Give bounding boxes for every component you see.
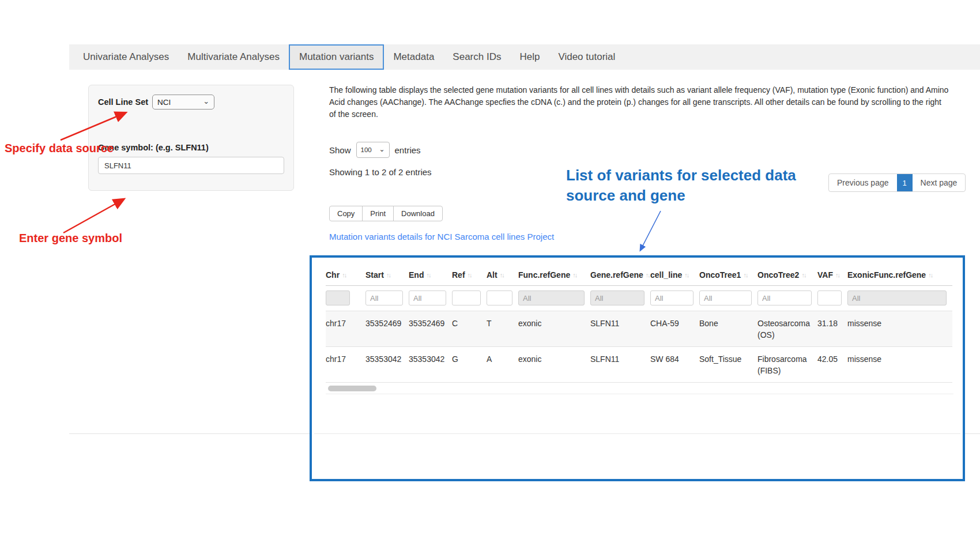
nav-tab-multivariate-analyses[interactable]: Multivariate Analyses <box>178 44 289 70</box>
column-header-start[interactable]: Start↑↓ <box>365 263 409 285</box>
sort-icon[interactable]: ↑↓ <box>426 271 430 278</box>
nav-tab-mutation-variants[interactable]: Mutation variants <box>289 44 384 70</box>
cell-line-set-value: NCI <box>157 98 171 107</box>
column-header-vaf[interactable]: VAF↑↓ <box>817 263 847 285</box>
annotation-enter-gene-symbol: Enter gene symbol <box>19 232 122 245</box>
nav-tab-metadata[interactable]: Metadata <box>384 44 443 70</box>
annotation-variants-heading-line2: source and gene <box>566 186 796 206</box>
sort-icon[interactable]: ↑↓ <box>684 271 688 278</box>
table-cell: exonic <box>518 311 590 335</box>
column-header-exonicfunc-refgene[interactable]: ExonicFunc.refGene↑↓ <box>847 263 952 285</box>
table-cell: SLFN11 <box>590 347 650 371</box>
entries-label: entries <box>395 145 421 155</box>
filter-input-func-refgene[interactable] <box>518 290 585 305</box>
annotation-variants-heading-line1: List of variants for selected data <box>566 165 796 186</box>
filter-cell <box>518 290 590 305</box>
sort-icon[interactable]: ↑↓ <box>500 271 504 278</box>
column-header-end[interactable]: End↑↓ <box>409 263 452 285</box>
table-body: chr173535246935352469CTexonicSLFN11CHA-5… <box>326 311 952 383</box>
chevron-down-icon: ⌄ <box>203 97 209 105</box>
cell-line-set-label: Cell Line Set <box>98 97 148 107</box>
page-number-1[interactable]: 1 <box>897 173 913 192</box>
sort-icon[interactable]: ↑↓ <box>801 271 805 278</box>
column-header-gene-refgene[interactable]: Gene.refGene↑↓ <box>590 263 650 285</box>
variants-table-panel: Chr↑↓Start↑↓End↑↓Ref↑↓Alt↑↓Func.refGene↑… <box>310 255 965 481</box>
sort-icon[interactable]: ↑↓ <box>342 271 346 278</box>
page-divider <box>314 433 960 434</box>
blue-arrow-variants-table <box>640 211 661 250</box>
nav-tab-univariate-analyses[interactable]: Univariate Analyses <box>74 44 178 70</box>
table-cell: missense <box>847 311 952 335</box>
controls-card: Cell Line Set NCI ⌄ Gene symbol: (e.g. S… <box>88 85 294 191</box>
column-header-ref[interactable]: Ref↑↓ <box>452 263 487 285</box>
filter-cell <box>847 290 952 305</box>
table-cell: T <box>487 311 518 335</box>
table-cell: C <box>452 311 487 335</box>
page-divider <box>69 433 310 434</box>
table-cell: missense <box>847 347 952 371</box>
sort-icon[interactable]: ↑↓ <box>572 271 576 278</box>
table-row: chr173535246935352469CTexonicSLFN11CHA-5… <box>326 311 952 346</box>
filter-cell <box>757 290 817 305</box>
nav-tab-search-ids[interactable]: Search IDs <box>443 44 510 70</box>
filter-input-alt[interactable] <box>487 290 512 305</box>
nav-tab-video-tutorial[interactable]: Video tutorial <box>549 44 624 70</box>
table-cell: 35352469 <box>409 311 452 335</box>
table-title-link[interactable]: Mutation variants details for NCI Sarcom… <box>329 232 554 241</box>
cell-line-set-select[interactable]: NCI ⌄ <box>152 95 214 110</box>
filter-input-exonicfunc-refgene[interactable] <box>847 290 947 305</box>
previous-page-button[interactable]: Previous page <box>829 174 897 191</box>
column-header-func-refgene[interactable]: Func.refGene↑↓ <box>518 263 590 285</box>
sort-icon[interactable]: ↑↓ <box>928 271 932 278</box>
column-label: OncoTree2 <box>757 270 799 280</box>
column-label: ExonicFunc.refGene <box>847 270 926 280</box>
filter-cell <box>409 290 452 305</box>
sort-icon[interactable]: ↑↓ <box>646 271 650 278</box>
sort-icon[interactable]: ↑↓ <box>743 271 747 278</box>
column-header-chr[interactable]: Chr↑↓ <box>326 263 365 285</box>
table-cell: 42.05 <box>817 347 847 371</box>
filter-input-start[interactable] <box>365 290 403 305</box>
filter-input-vaf[interactable] <box>817 290 842 305</box>
filter-input-oncotree2[interactable] <box>757 290 812 305</box>
print-button[interactable]: Print <box>362 206 394 221</box>
filter-input-gene-refgene[interactable] <box>590 290 644 305</box>
gene-symbol-input[interactable] <box>98 157 284 174</box>
horizontal-scrollbar-thumb[interactable] <box>328 386 376 391</box>
pagination: Previous page 1 Next page <box>828 173 966 192</box>
red-arrow-enter-gene-symbol <box>63 199 123 233</box>
filter-input-cell-line[interactable] <box>650 290 693 305</box>
filter-cell <box>365 290 409 305</box>
column-header-oncotree1[interactable]: OncoTree1↑↓ <box>699 263 757 285</box>
filter-cell <box>487 290 518 305</box>
page-length-select[interactable]: 100 ⌄ <box>356 142 390 158</box>
column-label: Start <box>365 270 384 280</box>
table-cell: Fibrosarcoma (FIBS) <box>757 347 817 382</box>
sort-icon[interactable]: ↑↓ <box>835 271 839 278</box>
page-divider <box>965 433 980 434</box>
filter-cell <box>699 290 757 305</box>
table-description: The following table displays the selecte… <box>329 84 949 120</box>
copy-button[interactable]: Copy <box>329 206 363 221</box>
sort-icon[interactable]: ↑↓ <box>386 271 390 278</box>
filter-cell <box>326 290 365 305</box>
annotation-specify-data-source: Specify data source <box>5 142 114 155</box>
column-header-cell-line[interactable]: cell_line↑↓ <box>650 263 699 285</box>
column-header-oncotree2[interactable]: OncoTree2↑↓ <box>757 263 817 285</box>
sort-icon[interactable]: ↑↓ <box>468 271 472 278</box>
table-cell: Soft_Tissue <box>699 347 757 371</box>
filter-input-oncotree1[interactable] <box>699 290 752 305</box>
filter-input-end[interactable] <box>409 290 446 305</box>
column-label: OncoTree1 <box>699 270 741 280</box>
nav-tab-help[interactable]: Help <box>510 44 549 70</box>
next-page-button[interactable]: Next page <box>913 174 966 191</box>
horizontal-scrollbar-track[interactable] <box>326 383 953 394</box>
column-label: Chr <box>326 270 340 280</box>
column-label: Gene.refGene <box>590 270 643 280</box>
download-button[interactable]: Download <box>393 206 443 221</box>
filter-input-ref[interactable] <box>452 290 481 305</box>
column-header-alt[interactable]: Alt↑↓ <box>487 263 518 285</box>
filter-input-chr[interactable] <box>326 290 350 305</box>
column-label: End <box>409 270 424 280</box>
table-cell: 35353042 <box>409 347 452 371</box>
